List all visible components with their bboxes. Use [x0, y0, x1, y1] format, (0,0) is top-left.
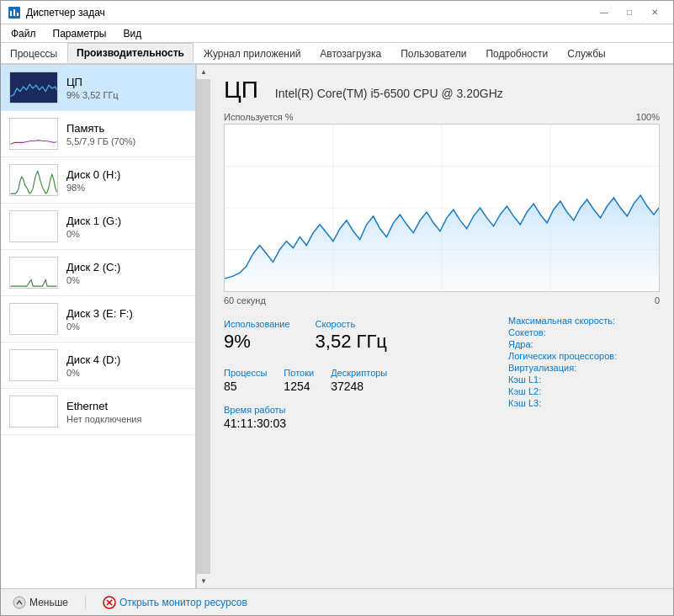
- sidebar-thumb-memory: [9, 118, 58, 150]
- stat-speed-label: Скорость: [316, 319, 387, 329]
- sidebar-title-memory: Память: [66, 122, 135, 135]
- stat-processes: Процессы 85: [224, 364, 267, 396]
- sidebar-item-ethernet[interactable]: Ethernet Нет подключения: [1, 389, 195, 435]
- chart-labels-top: Используется % 100%: [224, 112, 660, 122]
- right-info-sockets-label: Сокетов:: [508, 327, 546, 337]
- sidebar-info-disk4: Диск 4 (D:) 0%: [66, 353, 120, 378]
- sidebar-title-ethernet: Ethernet: [66, 400, 141, 412]
- tab-details[interactable]: Подробности: [476, 43, 557, 63]
- cpu-header: ЦП Intel(R) Core(TM) i5-6500 CPU @ 3.20G…: [224, 77, 660, 104]
- cpu-model: Intel(R) Core(TM) i5-6500 CPU @ 3.20GHz: [275, 87, 503, 100]
- svg-rect-1: [10, 11, 12, 16]
- right-info-maxspeed-label: Максимальная скорость:: [508, 316, 615, 326]
- stat-speed-value: 3,52 ГГц: [316, 331, 387, 353]
- stat-usage: Использование 9%: [224, 316, 290, 356]
- sidebar-title-cpu: ЦП: [66, 76, 119, 88]
- menu-file[interactable]: Файл: [4, 26, 43, 41]
- cpu-title: ЦП: [224, 77, 258, 104]
- sidebar-item-disk4[interactable]: Диск 4 (D:) 0%: [1, 343, 195, 389]
- stat-handles-value: 37248: [331, 380, 387, 393]
- chart-x-right: 0: [655, 295, 660, 305]
- menu-parameters[interactable]: Параметры: [46, 26, 114, 41]
- sidebar-scroll[interactable]: ЦП 9% 3,52 ГГц Память 5,5: [1, 65, 195, 588]
- tab-users[interactable]: Пользователи: [391, 43, 475, 63]
- open-monitor-button[interactable]: Открыть монитор ресурсов: [99, 594, 251, 611]
- right-info-l1-label: Кэш L1:: [508, 374, 541, 385]
- right-info-virt: Виртуализация:: [508, 363, 660, 373]
- close-button[interactable]: ✕: [643, 4, 666, 21]
- stat-usage-value: 9%: [224, 331, 290, 353]
- sidebar-item-disk0[interactable]: Диск 0 (H:) 98%: [1, 157, 195, 204]
- sidebar-item-disk1[interactable]: Диск 1 (G:) 0%: [1, 204, 195, 250]
- right-info-virt-label: Виртуализация:: [508, 363, 576, 373]
- stat-processes-value: 85: [224, 380, 267, 393]
- right-info-cores-label: Ядра:: [508, 339, 533, 349]
- sidebar-info-disk0: Диск 0 (H:) 98%: [66, 168, 120, 193]
- sidebar-title-disk2: Диск 2 (C:): [66, 261, 120, 273]
- tab-services[interactable]: Службы: [558, 43, 614, 63]
- sidebar-wrapper: ЦП 9% 3,52 ГГц Память 5,5: [1, 65, 210, 588]
- sidebar-thumb-disk2: [9, 257, 58, 289]
- right-info-logical-label: Логических процессоров:: [508, 351, 617, 361]
- sidebar: ЦП 9% 3,52 ГГц Память 5,5: [1, 65, 196, 588]
- stat-uptime-label: Время работы: [224, 405, 508, 415]
- sidebar-title-disk1: Диск 1 (G:): [66, 215, 121, 227]
- right-info-maxspeed: Максимальная скорость:: [508, 316, 660, 326]
- sidebar-info-disk2: Диск 2 (C:) 0%: [66, 261, 120, 285]
- less-button[interactable]: Меньше: [9, 594, 72, 611]
- scroll-down-button[interactable]: ▼: [197, 574, 210, 588]
- tab-performance[interactable]: Производительность: [67, 43, 194, 63]
- tab-apphistory[interactable]: Журнал приложений: [194, 43, 310, 63]
- sidebar-title-disk3: Диск 3 (E: F:): [66, 307, 133, 320]
- sidebar-info-ethernet: Ethernet Нет подключения: [66, 400, 141, 424]
- scroll-up-button[interactable]: ▲: [197, 65, 210, 79]
- menu-view[interactable]: Вид: [116, 26, 148, 41]
- stats-row1: Использование 9% Скорость 3,52 ГГц: [224, 316, 508, 356]
- cpu-chart-svg: [225, 125, 659, 291]
- sidebar-info-disk1: Диск 1 (G:) 0%: [66, 215, 121, 239]
- sidebar-subtitle-disk3: 0%: [66, 321, 133, 332]
- stats-row2: Процессы 85 Потоки 1254 Дескрипторы 3724…: [224, 364, 508, 396]
- minimize-button[interactable]: —: [592, 4, 616, 21]
- sidebar-subtitle-disk2: 0%: [66, 275, 120, 285]
- sidebar-info-disk3: Диск 3 (E: F:) 0%: [66, 307, 133, 332]
- tab-processes[interactable]: Процессы: [1, 43, 66, 63]
- main-panel: ЦП Intel(R) Core(TM) i5-6500 CPU @ 3.20G…: [210, 65, 673, 588]
- monitor-link[interactable]: Открыть монитор ресурсов: [119, 597, 247, 608]
- right-info-sockets: Сокетов:: [508, 327, 660, 337]
- right-info-l2-label: Кэш L2:: [508, 386, 541, 396]
- sidebar-item-disk3[interactable]: Диск 3 (E: F:) 0%: [1, 296, 195, 343]
- separator: [85, 596, 86, 609]
- right-info-l3: Кэш L3:: [508, 398, 660, 408]
- stats-left: Использование 9% Скорость 3,52 ГГц П: [224, 316, 508, 430]
- monitor-icon: [103, 596, 116, 609]
- sidebar-thumb-disk1: [9, 210, 58, 242]
- right-info-panel: Максимальная скорость: Сокетов: Ядра:: [508, 316, 660, 430]
- sidebar-item-disk2[interactable]: Диск 2 (C:) 0%: [1, 250, 195, 296]
- stats-area: Использование 9% Скорость 3,52 ГГц П: [224, 316, 660, 430]
- stat-uptime-value: 41:11:30:03: [224, 417, 508, 430]
- window-controls: — □ ✕: [592, 4, 666, 21]
- chart-y-max: 100%: [636, 112, 660, 122]
- maximize-button[interactable]: □: [618, 4, 641, 21]
- task-manager-window: Диспетчер задач — □ ✕ Файл Параметры Вид…: [0, 0, 674, 616]
- sidebar-item-cpu[interactable]: ЦП 9% 3,52 ГГц: [1, 65, 195, 111]
- chart-x-label: 60 секунд: [224, 295, 266, 305]
- sidebar-subtitle-disk1: 0%: [66, 229, 121, 239]
- app-icon: [8, 6, 21, 19]
- right-info-l2: Кэш L2:: [508, 386, 660, 396]
- sidebar-thumb-ethernet: [9, 396, 58, 427]
- svg-rect-2: [13, 9, 15, 16]
- content-area: ЦП 9% 3,52 ГГц Память 5,5: [1, 65, 673, 588]
- sidebar-info-memory: Память 5,5/7,9 ГБ (70%): [66, 122, 135, 146]
- stat-threads: Потоки 1254: [284, 364, 314, 396]
- sidebar-thumb-disk4: [9, 349, 58, 381]
- sidebar-item-memory[interactable]: Память 5,5/7,9 ГБ (70%): [1, 111, 195, 157]
- chevron-up-icon: [13, 596, 26, 609]
- stat-threads-label: Потоки: [284, 368, 314, 378]
- tab-bar: Процессы Производительность Журнал прило…: [1, 43, 673, 65]
- tab-startup[interactable]: Автозагрузка: [310, 43, 390, 63]
- right-info-logical: Логических процессоров:: [508, 351, 660, 361]
- stat-handles: Дескрипторы 37248: [331, 364, 387, 396]
- sidebar-subtitle-disk4: 0%: [66, 368, 120, 378]
